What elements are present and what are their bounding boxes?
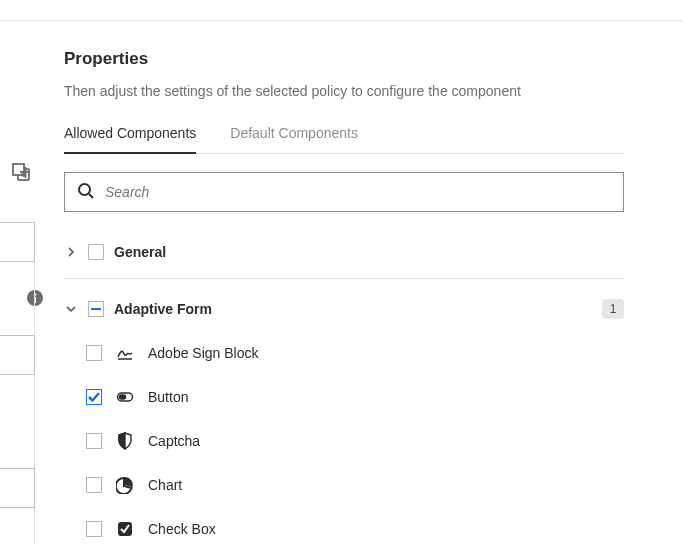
- chevron-down-icon[interactable]: [64, 304, 78, 314]
- group-checkbox-general[interactable]: [88, 244, 104, 260]
- rail-panel-placeholder: [0, 222, 35, 262]
- search-input-wrapper[interactable]: [64, 172, 624, 212]
- rail-panel-placeholder: [0, 468, 35, 508]
- item-checkbox[interactable]: [86, 345, 102, 361]
- search-icon: [77, 182, 95, 203]
- item-label: Check Box: [148, 521, 216, 537]
- item-checkbox[interactable]: [86, 389, 102, 405]
- chart-icon: [116, 476, 134, 494]
- item-label: Chart: [148, 477, 182, 493]
- component-item-button[interactable]: Button: [64, 375, 624, 419]
- group-general[interactable]: General: [64, 230, 624, 274]
- shield-icon: [116, 432, 134, 450]
- tab-bar: Allowed Components Default Components: [64, 125, 624, 154]
- item-checkbox[interactable]: [86, 477, 102, 493]
- rail-panel-placeholder: [0, 335, 35, 375]
- search-input[interactable]: [105, 184, 611, 200]
- component-item-captcha[interactable]: Captcha: [64, 419, 624, 463]
- selection-count-badge: 1: [602, 299, 624, 319]
- checkbox-icon: [116, 520, 134, 538]
- info-icon[interactable]: [26, 289, 44, 307]
- button-icon: [116, 388, 134, 406]
- page-description: Then adjust the settings of the selected…: [64, 83, 624, 99]
- component-item-chart[interactable]: Chart: [64, 463, 624, 507]
- item-label: Captcha: [148, 433, 200, 449]
- page-title: Properties: [64, 49, 624, 69]
- item-checkbox[interactable]: [86, 433, 102, 449]
- item-label: Button: [148, 389, 188, 405]
- group-label: Adaptive Form: [114, 301, 212, 317]
- svg-rect-0: [13, 164, 24, 175]
- tab-default-components[interactable]: Default Components: [230, 125, 358, 153]
- item-label: Adobe Sign Block: [148, 345, 259, 361]
- group-adaptive-form[interactable]: Adaptive Form 1: [64, 287, 624, 331]
- chevron-right-icon[interactable]: [64, 247, 78, 257]
- group-checkbox-adaptive-form[interactable]: [88, 301, 104, 317]
- item-checkbox[interactable]: [86, 521, 102, 537]
- component-item-adobe-sign-block[interactable]: Adobe Sign Block: [64, 331, 624, 375]
- component-item-check-box[interactable]: Check Box: [64, 507, 624, 548]
- signature-icon: [116, 344, 134, 362]
- tab-allowed-components[interactable]: Allowed Components: [64, 125, 196, 153]
- group-label: General: [114, 244, 166, 260]
- svg-point-10: [79, 184, 90, 195]
- svg-line-11: [89, 194, 93, 198]
- svg-rect-14: [120, 395, 126, 399]
- multi-add-icon[interactable]: [12, 163, 30, 181]
